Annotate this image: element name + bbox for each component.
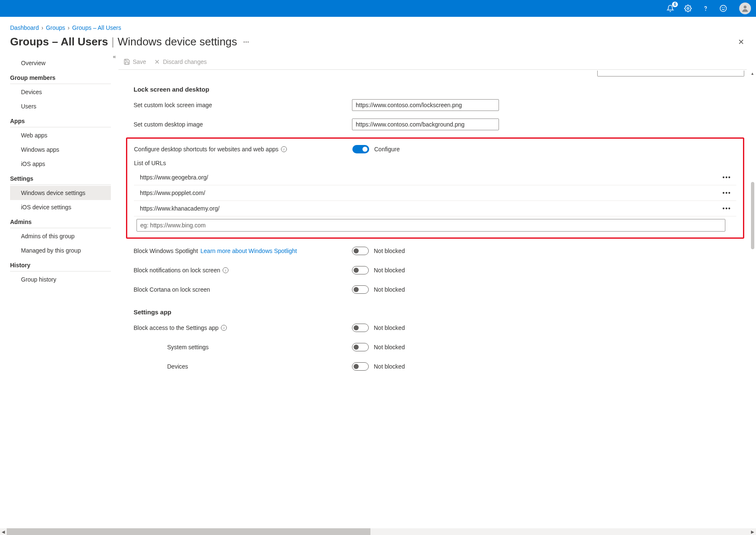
system-settings-toggle[interactable] xyxy=(352,343,369,351)
block-cortana-toggle[interactable] xyxy=(352,285,369,294)
info-icon[interactable]: i xyxy=(223,267,228,273)
desktop-image-input[interactable] xyxy=(352,119,499,130)
url-list-item[interactable]: https://www.geogebra.org/ ••• xyxy=(134,170,736,185)
sidebar-item-ios-settings[interactable]: iOS device settings xyxy=(10,200,111,214)
info-icon[interactable]: i xyxy=(281,146,287,152)
chevron-right-icon: › xyxy=(42,24,44,31)
feedback-icon[interactable] xyxy=(718,3,728,13)
url-list-label: List of URLs xyxy=(134,160,736,166)
sidebar: « Overview Group members Devices Users A… xyxy=(10,56,118,535)
configure-shortcuts-state: Configure xyxy=(374,146,400,153)
url-list-item[interactable]: https://www.popplet.com/ ••• xyxy=(134,185,736,201)
save-icon xyxy=(123,58,130,65)
sidebar-item-group-history[interactable]: Group history xyxy=(10,272,111,287)
svg-point-3 xyxy=(722,7,722,8)
top-bar: 6 xyxy=(0,0,756,17)
sidebar-section-admins: Admins xyxy=(10,214,111,228)
collapse-sidebar-icon[interactable]: « xyxy=(113,53,116,60)
notifications-icon[interactable]: 6 xyxy=(665,3,675,13)
svg-point-2 xyxy=(720,5,727,12)
sidebar-item-iosapps[interactable]: iOS apps xyxy=(10,157,111,171)
scroll-right-icon[interactable]: ▶ xyxy=(749,530,756,534)
block-cortana-label: Block Cortana on lock screen xyxy=(134,286,352,293)
block-spotlight-toggle[interactable] xyxy=(352,247,369,255)
gear-icon[interactable] xyxy=(683,3,693,13)
add-url-input[interactable] xyxy=(136,219,725,232)
vertical-scrollbar[interactable] xyxy=(751,182,754,249)
discard-icon xyxy=(154,58,160,65)
lockscreen-image-input[interactable] xyxy=(352,99,499,111)
sidebar-item-users[interactable]: Users xyxy=(10,99,111,113)
desktop-image-label: Set custom desktop image xyxy=(134,121,352,128)
avatar[interactable] xyxy=(739,3,751,14)
url-item-more-icon[interactable]: ••• xyxy=(722,205,731,212)
partial-input-above xyxy=(597,71,744,76)
breadcrumb: Dashboard › Groups › Groups – All Users xyxy=(10,18,756,35)
url-item-more-icon[interactable]: ••• xyxy=(722,174,731,181)
scrollbar-thumb[interactable] xyxy=(7,528,370,535)
save-button[interactable]: Save xyxy=(123,58,146,65)
configure-shortcuts-toggle[interactable] xyxy=(352,145,369,153)
sidebar-section-settings: Settings xyxy=(10,171,111,185)
svg-point-4 xyxy=(724,7,724,8)
toolbar: Save Discard changes xyxy=(118,56,747,70)
lockscreen-image-label: Set custom lock screen image xyxy=(134,102,352,108)
sidebar-item-overview[interactable]: Overview xyxy=(10,56,116,70)
block-settings-app-label: Block access to the Settings app xyxy=(134,324,218,331)
sidebar-section-history: History xyxy=(10,258,111,271)
discard-button[interactable]: Discard changes xyxy=(154,58,207,65)
title-more-icon[interactable]: ⋯ xyxy=(243,39,249,45)
notifications-badge: 6 xyxy=(672,2,678,7)
spotlight-learn-more-link[interactable]: Learn more about Windows Spotlight xyxy=(200,248,297,254)
breadcrumb-groups[interactable]: Groups xyxy=(46,24,65,31)
sidebar-item-webapps[interactable]: Web apps xyxy=(10,128,111,142)
sidebar-section-apps: Apps xyxy=(10,113,111,127)
url-list-item[interactable]: https://www.khanacademy.org/ ••• xyxy=(134,201,736,216)
page-title: Groups – All Users | Windows device sett… xyxy=(10,35,249,48)
highlighted-region: Configure desktop shortcuts for websites… xyxy=(126,137,744,239)
sidebar-item-devices[interactable]: Devices xyxy=(10,85,111,99)
breadcrumb-group-allusers[interactable]: Groups – All Users xyxy=(72,24,121,31)
close-icon[interactable]: ✕ xyxy=(738,37,744,47)
sidebar-item-managed-by-group[interactable]: Managed by this group xyxy=(10,243,111,258)
devices-settings-label: Devices xyxy=(134,363,352,370)
devices-settings-toggle[interactable] xyxy=(352,362,369,371)
breadcrumb-dashboard[interactable]: Dashboard xyxy=(10,24,39,31)
section-settingsapp-heading: Settings app xyxy=(134,308,744,316)
block-notifications-label: Block notifications on lock screen xyxy=(134,267,220,274)
svg-point-5 xyxy=(744,5,747,8)
scroll-left-icon[interactable]: ◀ xyxy=(0,530,7,534)
svg-point-1 xyxy=(706,10,706,11)
sidebar-item-admins-of-group[interactable]: Admins of this group xyxy=(10,229,111,243)
url-item-more-icon[interactable]: ••• xyxy=(722,190,731,196)
block-notifications-toggle[interactable] xyxy=(352,266,369,274)
sidebar-item-windowsapps[interactable]: Windows apps xyxy=(10,142,111,157)
sidebar-item-windows-settings[interactable]: Windows device settings xyxy=(10,186,111,200)
chevron-right-icon: › xyxy=(68,24,70,31)
section-lockscreen-heading: Lock screen and desktop xyxy=(134,86,744,93)
system-settings-label: System settings xyxy=(134,344,352,351)
horizontal-scrollbar[interactable]: ◀ ▶ xyxy=(0,528,756,535)
block-settings-app-toggle[interactable] xyxy=(352,324,369,332)
help-icon[interactable] xyxy=(701,3,711,13)
info-icon[interactable]: i xyxy=(221,325,227,331)
sidebar-section-members: Group members xyxy=(10,70,111,84)
configure-shortcuts-label: Configure desktop shortcuts for websites… xyxy=(134,146,278,153)
scroll-up-icon[interactable]: ▲ xyxy=(751,71,754,76)
svg-point-0 xyxy=(687,8,689,10)
block-spotlight-label: Block Windows Spotlight xyxy=(134,248,198,254)
